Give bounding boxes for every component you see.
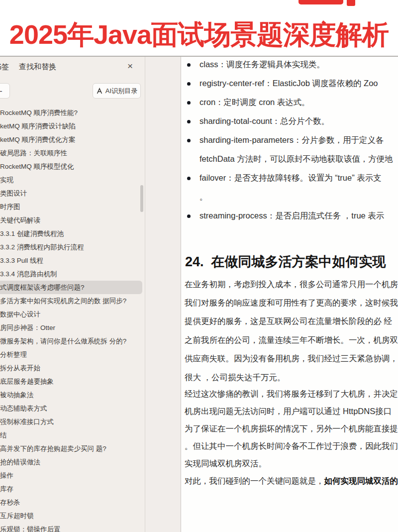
text-line: 供应商失联。因为没有备用机房，我们经过三天紧急协调， (181, 350, 398, 368)
toc-item[interactable]: 强制标准接口方式 (0, 415, 141, 428)
text-line: 实现同城双机房双活。 (181, 455, 398, 472)
bullet-line: class：调度任务逻辑具体实现类。 (181, 57, 398, 74)
toc-item[interactable]: 操作 (0, 469, 141, 482)
title-banner: 2025年Java面试场景题深度解析 (0, 0, 398, 56)
toc-item[interactable]: 3.3.4 消息路由机制 (0, 267, 141, 281)
collapse-button[interactable]: - (0, 83, 10, 99)
sidebar-tabs: 书签 查找和替换 (0, 62, 56, 72)
toc-item[interactable]: 动态辅助表方式 (0, 402, 141, 415)
bullet-continuation-line: 。 (181, 188, 398, 207)
text-segment: 对此，我们碰到的一个关键问题就是， (185, 476, 324, 487)
bookmarks-sidebar: 书签 查找和替换 × - AI识别目录 RocketMQ 顺序消费性能?ketM… (0, 57, 145, 532)
toc-item[interactable]: 库存 (0, 482, 141, 496)
bullet-line: failover：是否支持故障转移。设置为 “true” 表示支 (181, 169, 398, 188)
toc-item[interactable]: RocketMQ 顺序模型优化 (0, 160, 141, 173)
toc-item[interactable]: 类图设计 (0, 187, 141, 200)
toc-item[interactable]: ketMQ 顺序消费设计缺陷 (0, 119, 141, 133)
bullet-line: cron：定时调度 cron 表达式。 (181, 93, 398, 112)
text-line: 我们对服务的响应速度和可用性有了更高的要求，这时候我 (181, 294, 398, 312)
text-line: 在业务初期，考虑到投入成本，很多公司通常只用一个机房 (181, 275, 398, 294)
bullet-line: registry-center-ref：ElasticJob 调度器依赖的 Zo… (181, 74, 398, 93)
document-page: class：调度任务逻辑具体实现类。registry-center-ref：El… (181, 57, 398, 532)
toc-item[interactable]: RocketMQ 顺序消费性能? (0, 106, 141, 119)
sidebar-scrollbar-thumb[interactable] (140, 185, 143, 212)
ai-toc-button-label: AI识别目录 (105, 87, 137, 96)
bullet-line: sharding-total-count：总分片个数。 (181, 112, 398, 131)
text-line: 。但让其中一个机房长时间冷备不工作过于浪费，因此我们 (181, 437, 398, 455)
toc-item[interactable]: 底层服务越要抽象 (0, 375, 141, 388)
toc-item[interactable]: 拆分从表开始 (0, 361, 141, 375)
bullet-list: class：调度任务逻辑具体实现类。registry-center-ref：El… (181, 57, 398, 225)
document-app: 书签 查找和替换 × - AI识别目录 RocketMQ 顺序消费性能?ketM… (0, 56, 398, 532)
toc-item[interactable]: 时序图 (0, 200, 141, 213)
text-line: 经过这次惨痛的教训，我们将服务迁移到了大机房，并决定 (181, 385, 398, 403)
toc-item[interactable]: 3.3.1 创建消费线程池 (0, 227, 141, 240)
toc-item[interactable]: ketMQ 顺序消费优化方案 (0, 133, 141, 146)
toc-item[interactable]: 互斥超时锁 (0, 509, 141, 523)
toc-item[interactable]: 微服务架构，请问你是什么做系统拆 分的? (0, 334, 141, 348)
text-line: 之前我所在的公司，流量连续三年不断增长。一次，机房双 (181, 331, 398, 349)
toc-item[interactable]: 高并发下的库存抢购超卖少买问 题? (0, 442, 141, 455)
tab-find-replace[interactable]: 查找和替换 (19, 62, 56, 72)
bullet-line: sharding-item-parameters：分片参数，用于定义各 (181, 131, 398, 150)
toc-item[interactable]: 实现 (0, 173, 141, 187)
canvas-gutter (146, 57, 181, 532)
cutoff-red-text-fragment (298, 0, 343, 4)
toc-list: RocketMQ 顺序消费性能?ketMQ 顺序消费设计缺陷ketMQ 顺序消费… (0, 106, 141, 532)
toc-item[interactable]: 3.3.2 消费线程内部执行流程 (0, 240, 141, 254)
paragraph: 在业务初期，考虑到投入成本，很多公司通常只用一个机房我们对服务的响应速度和可用性… (181, 275, 398, 387)
paragraph: 经过这次惨痛的教训，我们将服务迁移到了大机房，并决定机房出现问题无法访问时，用户… (181, 385, 398, 490)
toc-item[interactable]: 关键代码解读 (0, 213, 141, 227)
toc-item[interactable]: 式调度框架该考虑哪些问题? (0, 281, 142, 294)
bullet-continuation-line: fetchData 方法时，可以原封不动地获取该值，方便地 (181, 150, 398, 169)
section-heading: 24. 在做同城多活方案中如何实现 (185, 253, 386, 271)
toc-item[interactable]: 房同步神器：Otter (0, 321, 141, 334)
tab-bookmarks[interactable]: 书签 (0, 62, 9, 72)
toc-item[interactable]: 抢的错误做法 (0, 455, 141, 469)
toc-item[interactable]: 多活方案中如何实现机房之间的数 据同步? (0, 294, 141, 308)
close-icon[interactable]: × (127, 61, 133, 71)
bold-text-segment: 如何实现同城双活的 (324, 476, 398, 487)
text-line: 机房出现问题无法访问时，用户端可以通过 HttpDNS接口 (181, 403, 398, 420)
toc-item[interactable]: 破局思路：关联顺序性 (0, 146, 141, 160)
text-line-with-bold: 对此，我们碰到的一个关键问题就是，如何实现同城双活的 (181, 472, 398, 490)
toc-item[interactable]: 3.3.3 Pull 线程 (0, 254, 141, 267)
bullet-line: streaming-process：是否启用流式任务 ，true 表示 (181, 207, 398, 225)
page-title: 2025年Java面试场景题深度解析 (0, 17, 398, 53)
toc-item[interactable]: 存秒杀 (0, 496, 141, 509)
cutoff-red-text-fragment (347, 0, 355, 6)
toc-item[interactable]: 结 (0, 428, 141, 442)
toc-item[interactable]: 乐观锁：锁操作后置 (0, 523, 141, 532)
toc-item[interactable]: 数据中心设计 (0, 308, 141, 321)
ai-pen-icon (96, 88, 103, 95)
text-line: 为了保证在一个机房损坏的情况下，另外一个机房能直接提 (181, 420, 398, 437)
toc-item[interactable]: 分析整理 (0, 348, 141, 361)
ai-toc-button[interactable]: AI识别目录 (93, 83, 141, 99)
text-line: 提供更好的服务，这是互联网公司在流量增长阶段的必 经 (181, 313, 398, 331)
text-line: 很大 ，公司损失达千万元。 (181, 368, 398, 387)
toc-item[interactable]: 被动抽象法 (0, 388, 141, 402)
